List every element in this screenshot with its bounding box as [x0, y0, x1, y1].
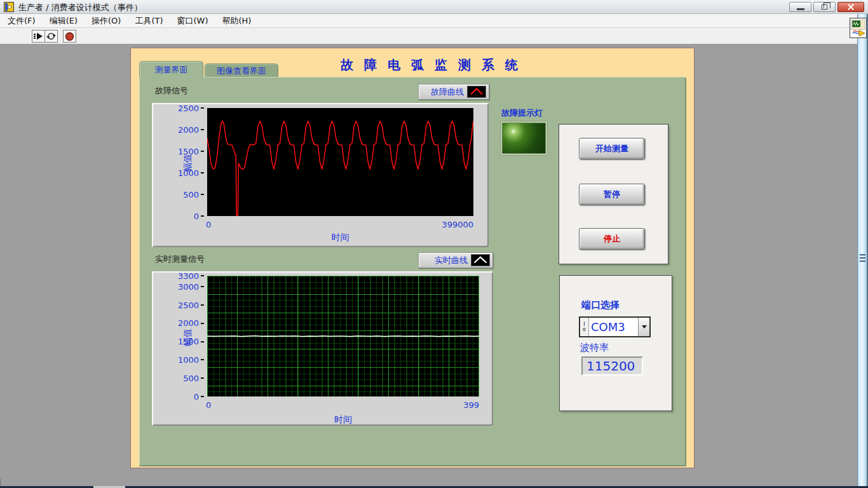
- chart2-title: 实时测量信号: [155, 254, 205, 265]
- com-port-combo[interactable]: I o COM3: [579, 316, 651, 337]
- port-panel: 端口选择 I o COM3 波特率 115200: [559, 275, 672, 411]
- resize-grip-icon[interactable]: [860, 254, 865, 263]
- port-select-label: 端口选择: [581, 299, 620, 311]
- app-window: 生产者 / 消费者设计模式（事件） 文件(F) 编辑(E) 操作(O) 工具(T…: [0, 0, 868, 488]
- baud-rate-label: 波特率: [580, 342, 609, 354]
- fault-waveform: [207, 108, 473, 216]
- title-bar: 生产者 / 消费者设计模式（事件）: [0, 0, 868, 14]
- front-panel-workspace: 故 障 电 弧 监 测 系 统 测量界面 图像查看界面 故障信号 故障曲线 幅值…: [0, 44, 857, 478]
- combo-dropdown-button[interactable]: [638, 318, 649, 336]
- continuous-run-icon: [46, 32, 56, 41]
- abort-button[interactable]: [63, 30, 76, 43]
- chart1-x-axis-label: 时间: [207, 232, 473, 243]
- close-button[interactable]: [837, 2, 864, 12]
- chart1-plot-area: [207, 108, 473, 216]
- close-icon: [847, 3, 855, 11]
- tab-image-view[interactable]: 图像查看界面: [205, 64, 278, 78]
- menu-edit[interactable]: 编辑(E): [44, 14, 83, 28]
- chart1-y-ticks: 05001000150020002500: [152, 108, 204, 216]
- menu-help[interactable]: 帮助(H): [217, 14, 256, 28]
- menu-bar: 文件(F) 编辑(E) 操作(O) 工具(T) 窗口(W) 帮助(H): [0, 14, 868, 28]
- abort-icon: [65, 32, 74, 41]
- io-type-icon: I o: [580, 318, 589, 336]
- com-port-value[interactable]: COM3: [589, 318, 638, 336]
- toolbar: [0, 28, 868, 44]
- fault-signal-chart: 幅值 05001000150020002500 0 399000 时间: [152, 103, 489, 247]
- front-panel: 故 障 电 弧 监 测 系 统 测量界面 图像查看界面 故障信号 故障曲线 幅值…: [130, 48, 695, 468]
- restore-icon: [822, 4, 827, 10]
- fault-led-indicator: [501, 121, 547, 155]
- chart1-legend-curve-icon: [467, 86, 486, 98]
- window-title: 生产者 / 消费者设计模式（事件）: [18, 2, 142, 13]
- chart2-legend[interactable]: 实时曲线: [418, 252, 493, 268]
- chart1-legend-label: 故障曲线: [431, 86, 464, 98]
- labview-app-icon: [4, 2, 14, 12]
- chart2-plot-area: [207, 276, 479, 396]
- chart2-xtick-min: 0: [206, 400, 211, 410]
- tab-measure[interactable]: 测量界面: [139, 61, 203, 78]
- continuous-run-button[interactable]: [44, 30, 58, 43]
- stop-button[interactable]: 停止: [579, 228, 645, 250]
- menu-file[interactable]: 文件(F): [3, 14, 41, 28]
- run-arrow-icon: [34, 32, 43, 40]
- control-buttons-panel: 开始测量 暂停 停止: [559, 124, 668, 264]
- menu-operate[interactable]: 操作(O): [86, 14, 126, 28]
- chart2-xtick-max: 399: [437, 400, 479, 410]
- realtime-signal-chart: 幅值 0500100015002000250030003300 0 399 时间: [152, 271, 493, 426]
- tab-page-measure: 故障信号 故障曲线 幅值 05001000150020002500 0 3990…: [139, 77, 686, 466]
- menu-window[interactable]: 窗口(W): [172, 14, 213, 28]
- pause-button[interactable]: 暂停: [579, 184, 645, 205]
- chart2-y-ticks: 0500100015002000250030003300: [152, 276, 204, 396]
- chart1-xtick-min: 0: [206, 220, 211, 229]
- baud-rate-field[interactable]: 115200: [581, 356, 643, 376]
- realtime-waveform: [207, 276, 479, 396]
- vi-icon[interactable]: [850, 18, 867, 38]
- minimize-button[interactable]: [789, 2, 811, 12]
- run-button[interactable]: [32, 30, 45, 43]
- menu-tools[interactable]: 工具(T): [130, 14, 168, 28]
- fault-led-label: 故障提示灯: [501, 107, 543, 119]
- start-measure-button[interactable]: 开始测量: [579, 138, 645, 159]
- window-right-border: [857, 14, 868, 487]
- minimize-icon: [797, 8, 804, 10]
- chart2-legend-label: 实时曲线: [435, 255, 468, 266]
- chart2-x-axis-label: 时间: [207, 414, 479, 426]
- chart1-xtick-max: 399000: [431, 220, 473, 229]
- io-glyph-bottom: o: [583, 327, 586, 332]
- chart1-legend[interactable]: 故障曲线: [418, 84, 489, 100]
- chart1-title: 故障信号: [155, 85, 188, 97]
- restore-button[interactable]: [813, 2, 836, 12]
- chart2-legend-curve-icon: [471, 254, 490, 266]
